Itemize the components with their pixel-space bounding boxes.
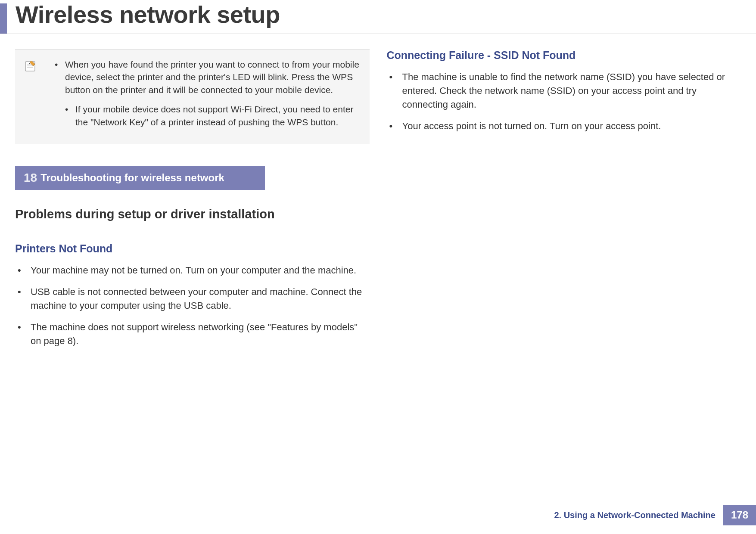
list-item: Your access point is not turned on. Turn…	[387, 119, 741, 133]
topic-heading-printers: Printers Not Found	[15, 242, 370, 255]
section-heading: 18 Troubleshooting for wireless network	[15, 166, 265, 190]
note-sub-item-text: If your mobile device does not support W…	[75, 104, 353, 127]
content-area: When you have found the printer you want…	[0, 36, 756, 355]
footer-chapter: 2. Using a Network-Connected Machine	[546, 505, 723, 525]
note-sub-item: If your mobile device does not support W…	[65, 103, 361, 128]
topic-heading-ssid: Connecting Failure - SSID Not Found	[387, 49, 741, 62]
note-icon	[24, 59, 37, 73]
list-item: The machine does not support wireless ne…	[15, 320, 370, 348]
note-item-text: When you have found the printer you want…	[65, 59, 359, 95]
note-box: When you have found the printer you want…	[15, 49, 370, 144]
left-column: When you have found the printer you want…	[15, 49, 370, 355]
list-item: USB cable is not connected between your …	[15, 285, 370, 313]
subsection-heading: Problems during setup or driver installa…	[15, 207, 370, 225]
section-title: Troubleshooting for wireless network	[40, 172, 224, 184]
page-footer: 2. Using a Network-Connected Machine 178	[546, 505, 756, 525]
footer-page-number: 178	[723, 505, 756, 525]
list-item: The machine is unable to find the networ…	[387, 70, 741, 112]
right-column: Connecting Failure - SSID Not Found The …	[387, 49, 741, 355]
page-title: Wireless network setup	[16, 0, 280, 29]
page-header: Wireless network setup	[0, 0, 756, 34]
note-item: When you have found the printer you want…	[55, 58, 361, 128]
section-number: 18	[24, 171, 37, 185]
note-content: When you have found the printer you want…	[46, 58, 361, 135]
header-accent	[0, 3, 7, 34]
printers-not-found-list: Your machine may not be turned on. Turn …	[15, 264, 370, 348]
ssid-not-found-list: The machine is unable to find the networ…	[387, 70, 741, 133]
list-item: Your machine may not be turned on. Turn …	[15, 264, 370, 277]
